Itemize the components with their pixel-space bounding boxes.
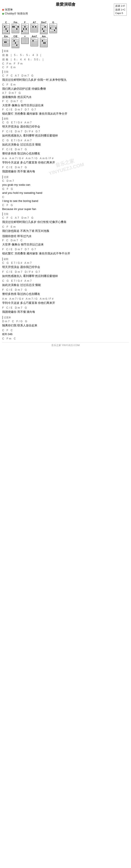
bridge-row4: C F G Because im your super fan (2, 204, 129, 211)
verse1-ly1: 我没过往鲜明时我们几多岁 你我一对 从来争吵冤仇 (2, 78, 129, 82)
chord-diagram-CE: C/E ○×○○○ (11, 35, 19, 48)
credit-text: Chubby仔 制谱自用 (5, 12, 28, 16)
chord-diagram-Em: Em ○○○○○ (2, 35, 10, 48)
verse2-row4: F C Dm7 C 大世界 像舞台 独节目所以已设来 (2, 239, 129, 247)
chorus1-ly5: 学到今天这波 多么巧窗直靠 你他们离来开 (2, 161, 129, 164)
bridge2-ly2: tER 046 (2, 333, 129, 336)
chord-diagram-A7: A7 ×○○○○ (30, 21, 38, 34)
chorus2-ch6: F C/E Dm7 G (2, 306, 129, 309)
prelude-line2: 前奏 | 6↓ 4 4 6↓ 50↓ | (2, 58, 129, 61)
key-line3: Capo 5 (115, 11, 125, 15)
bridge2-ch1: Dm7 C F/G G (2, 320, 129, 323)
dot-green-icon (2, 13, 4, 14)
verse2-ly3: 强期待曾经 即等过汽水 (2, 234, 129, 238)
verse2-row2: C F Em 我们游也陈追 不再为了谁 而互叫泡叛 (2, 225, 129, 234)
verse2-ch5: F C/E Dm7 D7 G7 (2, 248, 129, 251)
page-title: 最愛演唱會 (2, 2, 129, 7)
section-chorus2: 副歌 (2, 257, 129, 261)
chorus2-ly2: 如何然感激别人 看到哪帮 然后到哪后窗缝杯 (2, 274, 129, 278)
key-info-box: 原调 1=F 选调 1=C Capo 5 (114, 3, 127, 16)
bridge-row1: C Dm7 you grab my soda can (2, 179, 129, 187)
chord-diagram-F: F ○○○○× (21, 21, 29, 34)
chord-diagram-Dm7: Dm7 ××○○○ (40, 21, 48, 34)
chorus1-ch3: C G E7/G# Am7 (2, 139, 129, 142)
chorus2-row4: F C/E Dm7 G 整经多热情 取过的心也别哪友 (2, 288, 129, 297)
prelude-chords1: C Fm F Fm (2, 62, 129, 65)
chord-diagram-G: G ○○○○○ (49, 21, 57, 34)
verse2-ch4: F C Dm7 C (2, 239, 129, 242)
chorus1-ch6: F C/E Dm7 G (2, 166, 129, 169)
verse2-ly1: 我没过往鲜明时我们几多岁 你们怅恨 纪像开心叠靠 (2, 220, 129, 224)
chorus2-ch5: Am Am7/G# Am7/G Am6/F# (2, 297, 129, 300)
verse1-ch1: C F C A7 Dm7 G (2, 74, 129, 77)
chord-diagram-C: C ×○○○○ (2, 21, 10, 34)
verse1-row1: C F C A7 Dm7 G 我没过往鲜明时我们几多岁 你我一对 从来争吵冤仇 (2, 74, 129, 83)
chord-diagram-Fm: Fm ××○○× (11, 21, 19, 34)
bridge2-row1: Dm7 C F/G G 隔离你们我 联系人放合起来 (2, 320, 129, 328)
chorus2-ly3: 如此次演奏会 过过后总没 懂能 (2, 283, 129, 287)
verse1-ch3: A7 Dm7 G (2, 91, 129, 94)
chorus1-ly2: 如何然感激别人 看到哪帮 然后到哪后窗缝杯 (2, 134, 129, 137)
chorus1-row2: F C/E Dm7 D/F# G7 如何然感激别人 看到哪帮 然后到哪后窗缝杯 (2, 130, 129, 138)
bridge-ly2: and you hold my sweating hand (2, 191, 129, 194)
footer: 音乐之家 YINYUEZJ.COM (2, 342, 129, 348)
verse2-ly4: 大世界 像舞台 独节目所以已设来 (2, 243, 129, 247)
chorus2-ch2: F C/E Dm7 D/F# G7 (2, 270, 129, 273)
chorus1-ch4: F C/E Dm7 G (2, 148, 129, 151)
verse2-ch2: C F Em (2, 225, 129, 228)
chorus2-row6: F C/E Dm7 G 我团绕遍你 而不懂 液向每 (2, 306, 129, 315)
meta-singer: 张慧琳 (2, 8, 13, 11)
footer-watermark: 音乐之家 YINYUEZJ.COM (51, 344, 80, 346)
bridge-ch2: G F G (2, 187, 129, 190)
content-area: 音乐之家YINYUEZJ.COM 前奏 前奏 | 5↓ 5↓ 5↓ 4 3 | … (2, 50, 129, 340)
bridge-ly4: Because im your super fan (2, 207, 129, 211)
meta-info: 张慧琳 Chubby仔 制谱自用 (2, 8, 129, 16)
section-prelude: 前奏 (2, 50, 129, 53)
chorus1-row1: C G E7/G# Am7 明天开慌演会 愿你我已经学会 (2, 121, 129, 129)
verse2-ly2: 我们游也陈追 不再为了谁 而互叫泡叛 (2, 229, 129, 233)
chord-diagrams-row1: C ×○○○○ Fm ××○○× (2, 21, 129, 34)
singer-name: 张慧琳 (5, 8, 13, 11)
prelude-line1: 前奏 | 5↓ 5↓ 5↓ 4 3 | (2, 53, 129, 57)
chorus1-ly4: 整经多热情 取过的心也别哪友 (2, 152, 129, 156)
chord-diagrams-row2: Em ○○○○○ C/E ○×○○○ (2, 35, 129, 48)
chorus2-row1: C G E7/G# Am7 明天开慌演会 愿你我已经学会 (2, 261, 129, 270)
section-chorus1: 副歌 (2, 117, 129, 120)
verse1-ly2: 我们两人缺仍旧护过渡 待缘队叠继 (2, 87, 129, 91)
bridge-ly1: you grab my soda can (2, 183, 129, 186)
prelude-chords2: C F Em (2, 66, 129, 69)
chorus2-ly5: 学到今天这波 多么巧窗直靠 你他们离来开 (2, 301, 129, 305)
chorus2-ch1: C G E7/G# Am7 (2, 261, 129, 265)
verse2-ly5: 错此繁忙 另然叠靠 藏何缘靠 液你共我从此不争不分开 (2, 252, 129, 255)
bridge-ch4: C F G (2, 204, 129, 207)
bridge2-row2: C F C tER 046 (2, 329, 129, 336)
chorus1-row6: F C/E Dm7 G 我团绕遍你 而不懂 液向每 (2, 166, 129, 174)
verse1-ly4: 大世界 像舞台 独节目所以设往来 (2, 103, 129, 107)
section-verse1: 主歌 (2, 70, 129, 73)
chorus2-ly4: 整经多热情 取过的心也别哪友 (2, 292, 129, 296)
chorus1-ly6: 我团绕遍你 而不懂 液向每 (2, 169, 129, 174)
section-verse2: 主歌 (2, 212, 129, 216)
section-bridge2: 过渡来 (2, 316, 129, 319)
bridge-row2: G F G and you hold my sweating hand (2, 187, 129, 195)
chorus2-row5: Am Am7/G# Am7/G Am6/F# 学到今天这波 多么巧窗直靠 你他们… (2, 297, 129, 306)
verse1-ly5: 错此繁忙 另然叠靠 藏何缘靠 液你共我从此不争分开 (2, 112, 129, 116)
chorus1-row3: C G E7/G# Am7 如此次演奏会 过过后总没 懂能 (2, 139, 129, 147)
meta-credit: Chubby仔 制谱自用 (2, 12, 28, 16)
chorus1-ly1: 明天开慌演会 愿你我已经学会 (2, 125, 129, 129)
key-line1: 原调 1=F (115, 4, 125, 8)
chorus1-row4: F C/E Dm7 G 整经多热情 取过的心也别哪友 (2, 148, 129, 156)
chorus1-ly3: 如此次演奏会 过过后总没 懂能 (2, 143, 129, 147)
verse2-row1: C F C A7 Dm7 G 我没过往鲜明时我们几多岁 你们怅恨 纪像开心叠靠 (2, 216, 129, 225)
verse1-ch2: C F Em (2, 83, 129, 86)
chorus1-row5: Am Am7/G# Am7/G Am6/F# 学到今天这波 多么巧窗直靠 你他们… (2, 157, 129, 165)
verse2-row5: F C/E Dm7 D7 G7 错此繁忙 另然叠靠 藏何缘靠 液你共我从此不争不… (2, 248, 129, 256)
verse1-ch5: F C/E Dm7 D7 G7 (2, 108, 129, 111)
bridge-ly3: l long to see the boring band (2, 199, 129, 203)
key-line2: 选调 1=C (115, 8, 125, 11)
header-area: 最愛演唱會 张慧琳 Chubby仔 制谱自用 原调 1=F 选调 1=C Cap… (2, 2, 129, 16)
verse2-ch1: C F C A7 Dm7 G (2, 216, 129, 219)
chorus2-ly6: 我团绕遍你 而不懂 液向每 (2, 310, 129, 314)
page-container: 最愛演唱會 张慧琳 Chubby仔 制谱自用 原调 1=F 选调 1=C Cap… (0, 0, 131, 349)
bridge-ch3: C (2, 195, 129, 198)
